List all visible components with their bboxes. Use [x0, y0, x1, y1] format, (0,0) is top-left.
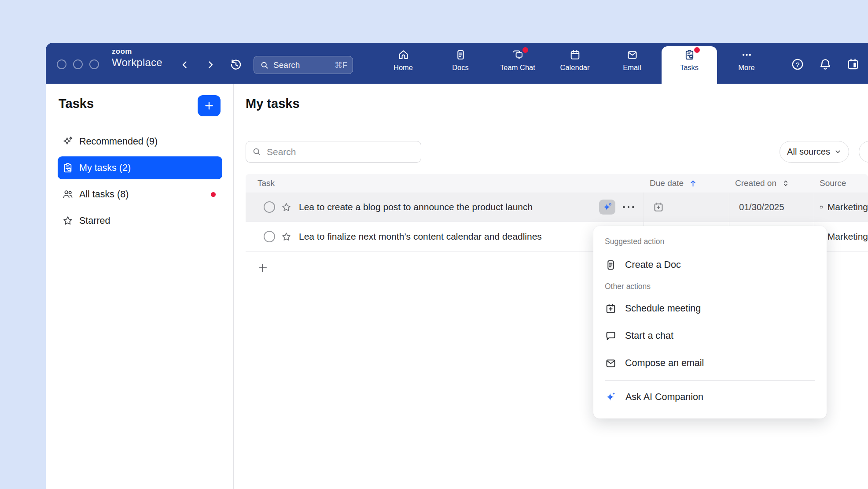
source-cell[interactable]: Marketing: [814, 193, 868, 222]
doc-icon: [605, 259, 617, 271]
column-header-created-on[interactable]: Created on: [729, 178, 814, 188]
chat-bubble-icon: [605, 330, 617, 342]
star-icon[interactable]: [281, 202, 292, 213]
nav-item-email[interactable]: Email: [609, 43, 655, 84]
search-icon: [260, 61, 269, 70]
nav-item-team-chat[interactable]: Team Chat: [495, 43, 541, 84]
docs-icon: [455, 49, 467, 61]
menu-item-label: Create a Doc: [625, 259, 681, 270]
source-value: Marketing: [828, 231, 868, 242]
nav-item-more[interactable]: More: [724, 43, 769, 84]
chevron-down-icon: [834, 148, 842, 156]
logo-zoom-text: zoom: [112, 48, 162, 55]
window-controls: [57, 59, 99, 69]
notification-dot: [694, 47, 700, 53]
nav-item-label: More: [738, 63, 755, 72]
nav-item-label: Docs: [452, 63, 469, 72]
task-title: Lea to finalize next month’s content cal…: [299, 231, 542, 242]
more-ellipsis-icon: [741, 49, 753, 61]
calendar-plus-icon: [653, 201, 664, 213]
column-header-due-date[interactable]: Due date: [644, 178, 729, 188]
history-button[interactable]: [229, 58, 243, 72]
plus-icon: [204, 100, 214, 111]
logo-workplace-text: Workplace: [112, 57, 162, 68]
due-date-cell[interactable]: [644, 193, 729, 222]
sort-toggle-icon: [781, 179, 790, 188]
notification-dot: [522, 47, 528, 53]
calendar-date-icon[interactable]: [846, 57, 860, 71]
calendar-plus-icon: [605, 303, 617, 315]
zoom-workplace-logo: zoom Workplace: [112, 48, 162, 68]
sidebar-title: Tasks: [59, 96, 94, 111]
menu-item-schedule-meeting[interactable]: Schedule meeting: [605, 296, 815, 320]
column-label: Due date: [650, 178, 684, 188]
global-search-placeholder: Search: [273, 60, 300, 70]
team-chat-icon: [512, 49, 524, 61]
column-label: Task: [257, 178, 275, 188]
email-icon: [626, 49, 638, 61]
nav-item-tasks[interactable]: Tasks: [666, 43, 712, 84]
back-button[interactable]: [178, 58, 192, 72]
sources-filter-dropdown[interactable]: All sources: [780, 141, 849, 163]
menu-section-label: Suggested action: [605, 237, 815, 246]
ai-companion-button[interactable]: [599, 200, 615, 215]
star-icon: [62, 215, 74, 226]
created-on-value: 01/30/2025: [739, 202, 784, 212]
add-task-button[interactable]: [198, 95, 221, 116]
task-title: Lea to create a blog post to announce th…: [299, 202, 533, 212]
row-more-actions-button[interactable]: [619, 200, 638, 215]
nav-item-calendar[interactable]: Calendar: [552, 43, 598, 84]
menu-item-start-chat[interactable]: Start a chat: [605, 324, 815, 348]
sidebar-item-starred[interactable]: Starred: [58, 209, 222, 232]
window-control-icon[interactable]: [73, 59, 83, 69]
envelope-icon: [605, 357, 617, 369]
created-on-cell: 01/30/2025: [729, 193, 814, 222]
task-complete-checkbox[interactable]: [264, 231, 275, 242]
column-header-task: Task: [246, 178, 644, 188]
nav-item-label: Tasks: [680, 63, 699, 72]
menu-divider: [605, 380, 815, 381]
nav-item-home[interactable]: Home: [380, 43, 426, 84]
plus-icon: [257, 262, 268, 274]
global-search[interactable]: Search ⌘F: [254, 56, 353, 74]
history-clock-icon: [229, 58, 243, 71]
window-control-icon[interactable]: [89, 59, 99, 69]
home-icon: [397, 49, 409, 61]
menu-item-create-doc[interactable]: Create a Doc: [605, 252, 815, 277]
sidebar-item-label: My tasks (2): [79, 163, 131, 174]
menu-item-label: Compose an email: [625, 358, 704, 369]
sources-filter-label: All sources: [787, 147, 830, 157]
menu-item-compose-email[interactable]: Compose an email: [605, 351, 815, 375]
unread-dot: [211, 192, 216, 197]
ai-companion-icon: [605, 391, 617, 403]
source-value: Marketing: [828, 202, 868, 212]
column-header-source[interactable]: Source: [814, 178, 868, 188]
sidebar-item-all-tasks[interactable]: All tasks (8): [58, 183, 222, 206]
task-row[interactable]: Lea to create a blog post to announce th…: [246, 193, 868, 222]
window-control-icon[interactable]: [57, 59, 66, 69]
add-row-button[interactable]: [255, 260, 271, 276]
star-icon[interactable]: [281, 231, 292, 242]
calendar-icon: [569, 49, 581, 61]
search-shortcut: ⌘F: [335, 60, 347, 70]
forward-button[interactable]: [203, 58, 217, 72]
nav-item-label: Home: [394, 63, 413, 72]
filter-button-partial[interactable]: [859, 141, 868, 163]
chevron-left-icon: [180, 60, 189, 69]
sidebar-item-recommended[interactable]: Recommended (9): [58, 130, 222, 153]
nav-item-docs[interactable]: Docs: [438, 43, 483, 84]
menu-item-ask-ai-companion[interactable]: Ask AI Companion: [605, 385, 815, 409]
nav-item-label: Team Chat: [500, 63, 535, 72]
task-complete-checkbox[interactable]: [264, 201, 275, 213]
sparkle-icon: [62, 136, 74, 147]
task-search[interactable]: [246, 141, 421, 163]
sidebar-item-my-tasks[interactable]: My tasks (2): [58, 156, 222, 179]
sidebar-item-label: Recommended (9): [79, 136, 158, 147]
calendar-icon: [820, 202, 823, 212]
bell-icon[interactable]: [818, 57, 832, 71]
nav-item-label: Calendar: [560, 63, 590, 72]
help-icon[interactable]: ?: [791, 57, 805, 71]
task-search-input[interactable]: [267, 147, 415, 157]
chevron-right-icon: [206, 60, 215, 69]
navbar-utilities: ?: [791, 57, 868, 71]
